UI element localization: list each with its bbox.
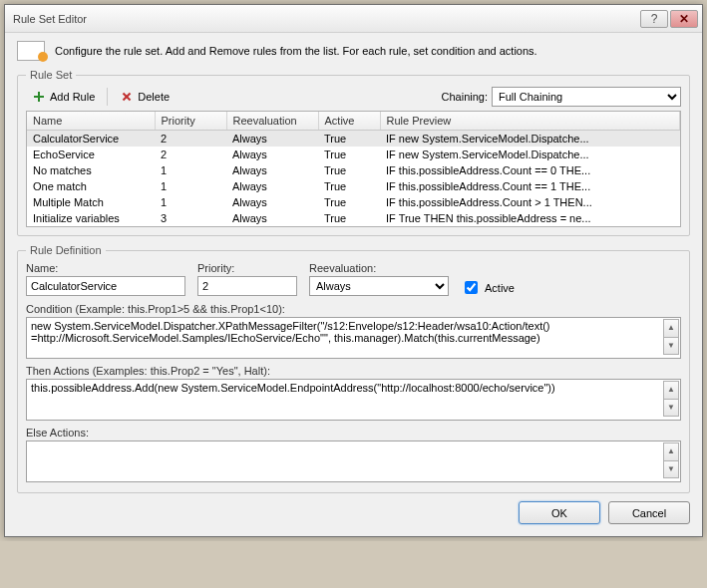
cell-active: True <box>318 194 380 210</box>
cancel-button[interactable]: Cancel <box>608 501 690 524</box>
col-active[interactable]: Active <box>318 112 380 131</box>
active-checkbox[interactable] <box>465 281 478 294</box>
then-label: Then Actions (Examples: this.Prop2 = "Ye… <box>26 365 681 377</box>
x-icon <box>120 90 134 104</box>
plus-icon <box>32 90 46 104</box>
delete-rule-label: Delete <box>138 91 170 103</box>
condition-spinner[interactable]: ▲▼ <box>663 319 679 355</box>
cell-priority: 2 <box>155 131 226 147</box>
table-row[interactable]: One match1AlwaysTrueIF this.possibleAddr… <box>27 178 680 194</box>
cell-active: True <box>318 178 380 194</box>
cell-priority: 1 <box>155 162 226 178</box>
name-input[interactable] <box>26 276 185 296</box>
help-button[interactable]: ? <box>640 10 668 28</box>
cell-priority: 1 <box>155 178 226 194</box>
col-reeval[interactable]: Reevaluation <box>226 112 318 131</box>
else-label: Else Actions: <box>26 427 681 439</box>
toolbar-separator <box>107 88 108 106</box>
active-label: Active <box>485 282 515 294</box>
delete-rule-button[interactable]: Delete <box>114 88 176 106</box>
col-name[interactable]: Name <box>27 112 155 131</box>
cell-name: Initialize variables <box>27 210 155 226</box>
titlebar: Rule Set Editor ? ✕ <box>5 5 702 33</box>
cell-priority: 2 <box>155 147 226 162</box>
table-row[interactable]: No matches1AlwaysTrueIF this.possibleAdd… <box>27 162 680 178</box>
cell-preview: IF True THEN this.possibleAddress = ne..… <box>380 210 680 226</box>
condition-label: Condition (Example: this.Prop1>5 && this… <box>26 303 681 315</box>
ruleset-toolbar: Add Rule Delete Chaining: Full Chaining <box>26 87 681 107</box>
cell-reeval: Always <box>226 147 318 162</box>
cell-reeval: Always <box>226 210 318 226</box>
table-row[interactable]: CalculatorService2AlwaysTrueIF new Syste… <box>27 131 680 147</box>
priority-input[interactable] <box>197 276 297 296</box>
rule-set-editor-window: Rule Set Editor ? ✕ Configure the rule s… <box>4 4 703 537</box>
reeval-select[interactable]: Always <box>309 276 449 296</box>
ok-button[interactable]: OK <box>519 501 600 524</box>
ruleset-icon <box>17 41 45 61</box>
cell-reeval: Always <box>226 131 318 147</box>
table-row[interactable]: Multiple Match1AlwaysTrueIF this.possibl… <box>27 194 680 210</box>
col-priority[interactable]: Priority <box>155 112 226 131</box>
cell-preview: IF this.possibleAddress.Count == 0 THE..… <box>380 162 680 178</box>
then-textarea[interactable] <box>26 379 681 421</box>
ruleset-fieldset: Rule Set Add Rule Delete Chaining: Full … <box>17 69 690 236</box>
reeval-label: Reevaluation: <box>309 262 449 274</box>
condition-textarea[interactable] <box>26 317 681 359</box>
cell-active: True <box>318 131 380 147</box>
col-preview[interactable]: Rule Preview <box>380 112 680 131</box>
cell-name: No matches <box>27 162 155 178</box>
cell-preview: IF this.possibleAddress.Count == 1 THE..… <box>380 178 680 194</box>
else-textarea[interactable] <box>26 441 681 482</box>
close-button[interactable]: ✕ <box>670 10 698 28</box>
cell-priority: 1 <box>155 194 226 210</box>
cell-active: True <box>318 162 380 178</box>
cell-preview: IF new System.ServiceModel.Dispatche... <box>380 131 680 147</box>
cell-reeval: Always <box>226 194 318 210</box>
cell-active: True <box>318 147 380 162</box>
rules-grid[interactable]: Name Priority Reevaluation Active Rule P… <box>26 111 681 227</box>
ruleset-legend: Rule Set <box>26 69 76 81</box>
add-rule-label: Add Rule <box>50 91 95 103</box>
table-row[interactable]: EchoService2AlwaysTrueIF new System.Serv… <box>27 147 680 162</box>
definition-legend: Rule Definition <box>26 244 106 256</box>
window-title: Rule Set Editor <box>13 13 638 25</box>
priority-label: Priority: <box>197 262 297 274</box>
cell-name: One match <box>27 178 155 194</box>
cell-active: True <box>318 210 380 226</box>
chaining-label: Chaining: <box>442 91 488 103</box>
cell-name: Multiple Match <box>27 194 155 210</box>
add-rule-button[interactable]: Add Rule <box>26 88 101 106</box>
cell-preview: IF new System.ServiceModel.Dispatche... <box>380 147 680 162</box>
cell-preview: IF this.possibleAddress.Count > 1 THEN..… <box>380 194 680 210</box>
table-row[interactable]: Initialize variables3AlwaysTrueIF True T… <box>27 210 680 226</box>
intro-row: Configure the rule set. Add and Remove r… <box>17 41 690 61</box>
chaining-select[interactable]: Full Chaining <box>492 87 681 107</box>
definition-fieldset: Rule Definition Name: Priority: Reevalua… <box>17 244 690 493</box>
cell-name: CalculatorService <box>27 131 155 147</box>
cell-priority: 3 <box>155 210 226 226</box>
cell-name: EchoService <box>27 147 155 162</box>
intro-text: Configure the rule set. Add and Remove r… <box>55 45 537 57</box>
then-spinner[interactable]: ▲▼ <box>663 381 679 417</box>
name-label: Name: <box>26 262 185 274</box>
cell-reeval: Always <box>226 162 318 178</box>
cell-reeval: Always <box>226 178 318 194</box>
else-spinner[interactable]: ▲▼ <box>663 442 679 478</box>
